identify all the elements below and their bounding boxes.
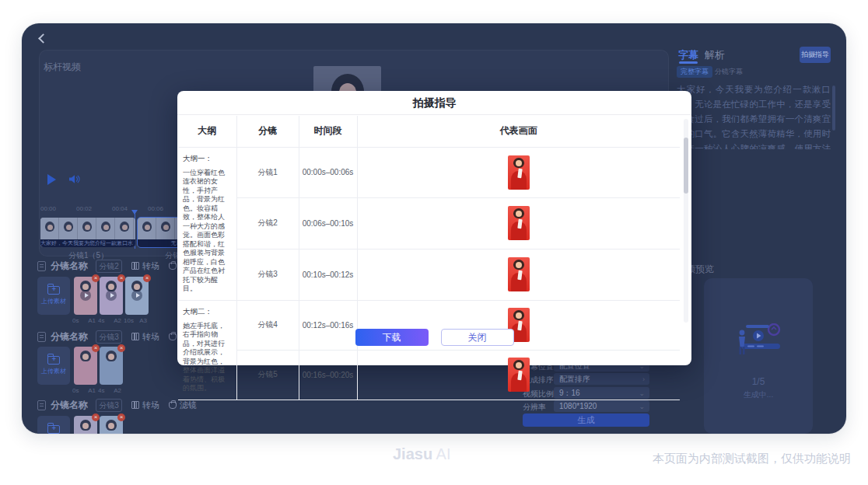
- material-thumb[interactable]: ×: [74, 347, 97, 385]
- header-shot: 分镜: [236, 116, 299, 147]
- table-scrollbar-thumb[interactable]: [684, 138, 688, 194]
- material-thumb[interactable]: ×: [125, 277, 149, 315]
- tab-analysis[interactable]: 解析: [705, 48, 725, 62]
- resolution-select[interactable]: 1080*1920⌄: [554, 400, 649, 412]
- transition-button[interactable]: 转场: [131, 331, 159, 343]
- outline-title: 大纲二：: [183, 307, 232, 317]
- tab-subtitle[interactable]: 字幕: [678, 48, 698, 62]
- material-thumb[interactable]: ×: [100, 416, 123, 434]
- remove-icon[interactable]: ×: [143, 274, 151, 282]
- thumb-face: [108, 284, 114, 290]
- material-thumb[interactable]: ×: [100, 277, 123, 315]
- transition-icon: [131, 333, 139, 340]
- guidance-table: 大纲 分镜 时间段 代表画面 大纲一： 一位穿着红色连衣裙的女性，手持产品，背景…: [178, 116, 680, 400]
- play-overlay-icon[interactable]: [131, 290, 142, 301]
- upload-material-card[interactable]: 上传素材: [37, 416, 70, 434]
- upload-material-card[interactable]: 上传素材: [37, 277, 70, 315]
- close-button[interactable]: 关闭: [441, 329, 514, 346]
- time-cell: 00:06s–00:10s: [299, 198, 357, 249]
- remove-icon[interactable]: ×: [117, 274, 125, 282]
- material-thumb[interactable]: ×: [100, 347, 123, 385]
- thumb-face: [82, 284, 89, 290]
- table-row: 分镜2 00:06s–00:10s: [178, 198, 680, 249]
- clip-meta: 0sA1: [72, 387, 96, 394]
- subtitle-scrollbar[interactable]: [832, 85, 835, 131]
- remove-icon[interactable]: ×: [117, 413, 125, 421]
- modal-buttons: 下载 关闭: [177, 329, 691, 346]
- clip-caption: 大家好，今天我要为您介绍一款漱口水！: [40, 239, 135, 247]
- outline-title: 大纲一：: [183, 154, 232, 164]
- frame-cell: [357, 249, 680, 300]
- clip-meta: 10sA3: [124, 317, 147, 324]
- shot-section-2-header: 分镜名称 分镜3 转场 滤镜: [37, 330, 197, 344]
- upload-material-card[interactable]: 上传素材: [37, 347, 70, 385]
- generating-status: 生成中...: [704, 389, 813, 400]
- thumb-face: [108, 354, 114, 360]
- app-window: 标杆视频 00:00 00:02 00:04 00:06 大家好，今天我要为您介…: [22, 23, 846, 434]
- tick-0002: 00:02: [76, 205, 92, 212]
- remove-icon[interactable]: ×: [92, 344, 100, 352]
- outline-2-cell: 大纲二： 她左手托底，右手指向物品，对其进行介绍或展示，背景为红色，整体画面洋溢…: [178, 300, 236, 400]
- time-cell: 00:00s–00:06s: [299, 147, 357, 198]
- header-outline: 大纲: [178, 116, 236, 147]
- document-icon: [37, 400, 46, 410]
- shot-cell: 分镜2: [236, 198, 299, 249]
- shot-section-2-cards: 上传素材 × ×: [37, 347, 123, 385]
- transition-button[interactable]: 转场: [131, 260, 159, 272]
- header-timerange: 时间段: [299, 116, 357, 147]
- remove-icon[interactable]: ×: [117, 344, 125, 352]
- play-icon[interactable]: [47, 174, 56, 185]
- timeline-clip-1[interactable]: 大家好，今天我要为您介绍一款漱口水！: [40, 218, 135, 247]
- transition-button[interactable]: 转场: [131, 400, 159, 411]
- representative-frame: [508, 358, 530, 392]
- shooting-guide-button[interactable]: 拍摄指导: [800, 47, 831, 63]
- clip-meta: 4sA2: [98, 387, 121, 394]
- play-overlay-icon[interactable]: [106, 290, 117, 301]
- shot-section-1-cards: 上传素材 × × ×: [37, 277, 149, 315]
- brand-logo: Jiasu AI: [393, 445, 451, 463]
- thumb-face: [82, 354, 89, 360]
- document-icon: [37, 332, 46, 342]
- outline-1-cell: 大纲一： 一位穿着红色连衣裙的女性，手持产品，背景为红色。妆容精致，整体给人一种…: [178, 147, 236, 300]
- video-preview-card: 1/5 生成中...: [704, 278, 813, 434]
- modal-title: 拍摄指导: [177, 91, 691, 115]
- upload-folder-icon: [47, 356, 60, 365]
- remove-icon[interactable]: ×: [92, 274, 100, 282]
- shot-name-input[interactable]: 分镜3: [96, 399, 122, 412]
- tick-0000: 00:00: [40, 205, 56, 212]
- frame-cell: [357, 198, 680, 249]
- tick-0006: 00:06: [148, 205, 163, 212]
- table-row: 分镜3 00:10s–00:12s: [178, 249, 680, 300]
- download-button[interactable]: 下载: [355, 329, 429, 346]
- shot-name-input[interactable]: 分镜3: [96, 330, 122, 344]
- upload-folder-icon: [47, 425, 60, 434]
- back-icon[interactable]: [36, 33, 48, 45]
- shot-cell: 分镜1: [236, 147, 299, 198]
- time-cell: 00:10s–00:12s: [299, 249, 357, 300]
- subtitle-script-text: 大家好，今天我要为您介绍一款漱口水！无论是在忙碌的工作中，还是享受美食过后，我们…: [677, 82, 831, 149]
- table-scrollbar-track[interactable]: [684, 119, 688, 323]
- filter-icon: [169, 333, 177, 340]
- table-row: 大纲一： 一位穿着红色连衣裙的女性，手持产品，背景为红色。妆容精致，整体给人一种…: [178, 147, 680, 198]
- play-overlay-icon[interactable]: [80, 290, 91, 301]
- table-row: 分镜5 00:16s–00:20s: [178, 350, 680, 400]
- clip-meta: 0sA1: [72, 317, 96, 324]
- transition-icon: [131, 262, 139, 270]
- header-frame: 代表画面: [357, 116, 680, 147]
- shot-name-label: 分镜名称: [51, 260, 88, 273]
- volume-icon[interactable]: [68, 173, 80, 187]
- frame-cell: [357, 147, 680, 198]
- material-thumb[interactable]: ×: [74, 416, 97, 434]
- representative-frame: [508, 257, 530, 291]
- shot-name-label: 分镜名称: [51, 330, 88, 344]
- thumb-face: [134, 284, 140, 290]
- filter-button[interactable]: 滤镜: [169, 400, 197, 411]
- generating-illustration: [735, 323, 783, 358]
- shot-name-input[interactable]: 分镜2: [96, 260, 122, 273]
- remove-icon[interactable]: ×: [92, 413, 100, 421]
- pill-shot-subtitle[interactable]: 分镜字幕: [711, 66, 747, 78]
- generate-button[interactable]: 生成: [523, 413, 649, 427]
- representative-frame: [508, 206, 530, 240]
- pill-full-subtitle[interactable]: 完整字幕: [677, 66, 712, 78]
- material-thumb[interactable]: ×: [74, 277, 97, 315]
